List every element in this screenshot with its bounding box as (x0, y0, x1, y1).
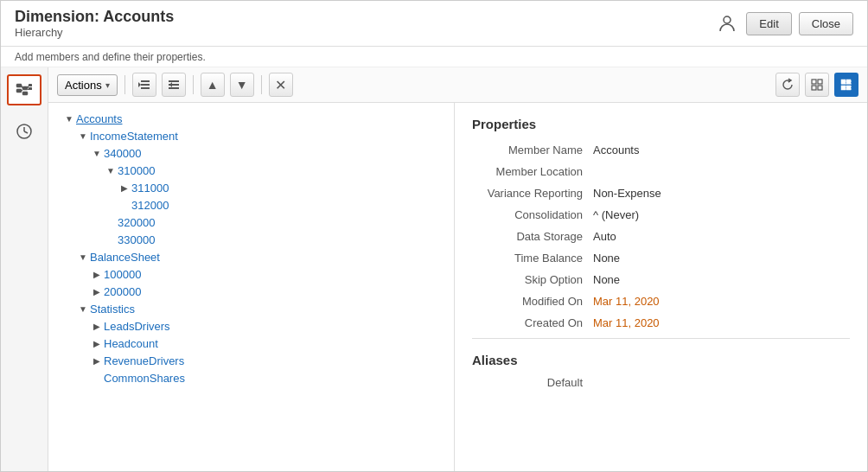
prop-value-modified-on: Mar 11, 2020 (593, 295, 660, 308)
node-label-balance: BalanceSheet (90, 251, 160, 264)
expand-icon: ▼ (76, 250, 90, 264)
tree-node-200000[interactable]: ▶ 200000 (48, 283, 454, 300)
tree-node-common[interactable]: CommonShares (48, 369, 454, 386)
expand-icon: ▶ (90, 284, 104, 298)
node-label-100000: 100000 (104, 268, 141, 281)
expand-icon: ▶ (90, 267, 104, 281)
tree-node-leads[interactable]: ▶ LeadsDrivers (48, 317, 454, 335)
tree-node-100000[interactable]: ▶ 100000 (48, 265, 454, 283)
prop-created-on: Created On Mar 11, 2020 (472, 316, 850, 329)
prop-label-member-location: Member Location (472, 165, 593, 178)
prop-label-aliases-default: Default (472, 376, 593, 389)
prop-value-data-storage: Auto (593, 230, 616, 243)
grid-view-button[interactable] (805, 73, 829, 97)
delete-button[interactable]: ✕ (269, 73, 293, 97)
indent-increase-button[interactable] (132, 73, 156, 97)
tree-node-headcount[interactable]: ▶ Headcount (48, 335, 454, 352)
page-description: Add members and define their properties. (15, 48, 206, 67)
prop-label-modified-on: Modified On (472, 295, 593, 308)
svg-rect-25 (846, 80, 851, 84)
node-label-statistics: Statistics (90, 303, 135, 316)
svg-rect-1 (16, 84, 22, 87)
svg-rect-22 (812, 86, 816, 90)
prop-value-created-on: Mar 11, 2020 (593, 316, 660, 329)
svg-rect-24 (841, 80, 846, 84)
prop-modified-on: Modified On Mar 11, 2020 (472, 295, 850, 308)
tree-node-statistics[interactable]: ▼ Statistics (48, 300, 454, 317)
tree-node-balance[interactable]: ▼ BalanceSheet (48, 248, 454, 265)
svg-rect-2 (16, 89, 22, 92)
sidebar-icon-hierarchy[interactable] (7, 74, 41, 105)
close-button[interactable]: Close (799, 12, 853, 35)
prop-value-variance: Non-Expense (593, 187, 661, 200)
expand-icon: ▼ (104, 163, 118, 177)
svg-rect-23 (818, 86, 822, 90)
prop-label-created-on: Created On (472, 316, 593, 329)
expand-icon: ▼ (76, 129, 90, 143)
toolbar: Actions ▾ (48, 67, 867, 103)
svg-line-9 (28, 86, 29, 88)
tree-node-revenue[interactable]: ▶ RevenueDrivers (48, 352, 454, 369)
prop-value-skip-option: None (593, 273, 620, 286)
tree-node-310000[interactable]: ▼ 310000 (48, 162, 454, 179)
page-title: Dimension: Accounts (15, 8, 174, 26)
list-view-button[interactable] (834, 73, 858, 97)
tree-node-income[interactable]: ▼ IncomeStatement (48, 127, 454, 144)
edit-button[interactable]: Edit (746, 12, 791, 35)
prop-member-location: Member Location (472, 165, 850, 178)
prop-value-consolidation: ^ (Never) (593, 208, 639, 221)
node-label-income: IncomeStatement (90, 130, 178, 143)
sidebar-icon-clock[interactable] (7, 116, 41, 147)
svg-rect-5 (29, 84, 32, 86)
svg-rect-16 (141, 87, 150, 89)
tree-node-311000[interactable]: ▶ 311000 (48, 179, 454, 196)
node-label-accounts: Accounts (76, 112, 122, 125)
svg-rect-20 (812, 80, 816, 84)
move-down-button[interactable]: ▼ (230, 73, 254, 97)
prop-label-variance: Variance Reporting (472, 187, 593, 200)
prop-aliases-default: Default (472, 376, 850, 389)
node-label-revenue: RevenueDrivers (104, 354, 184, 367)
prop-label-skip-option: Skip Option (472, 273, 593, 286)
tree-node-accounts[interactable]: ▼ Accounts (48, 110, 454, 127)
tree-node-330000[interactable]: 330000 (48, 231, 454, 248)
svg-line-7 (22, 86, 22, 88)
indent-decrease-button[interactable] (162, 73, 186, 97)
actions-label: Actions (65, 79, 102, 92)
tree-node-320000[interactable]: 320000 (48, 214, 454, 231)
prop-member-name: Member Name Accounts (472, 144, 850, 156)
svg-line-8 (22, 90, 22, 91)
tree-node-312000[interactable]: 312000 (48, 196, 454, 214)
prop-value-time-balance: None (593, 252, 620, 265)
node-label-headcount: Headcount (104, 337, 158, 350)
node-label-310000: 310000 (118, 164, 155, 177)
node-label-320000: 320000 (118, 216, 155, 229)
prop-label-data-storage: Data Storage (472, 230, 593, 243)
move-up-button[interactable]: ▲ (201, 73, 225, 97)
prop-consolidation: Consolidation ^ (Never) (472, 208, 850, 221)
expand-icon: ▶ (118, 181, 131, 195)
actions-button[interactable]: Actions ▾ (57, 74, 118, 96)
page-subtitle: Hierarchy (15, 26, 174, 39)
svg-rect-15 (141, 84, 150, 86)
tree-panel: ▼ Accounts ▼ IncomeStatement ▼ 340000 (48, 103, 455, 471)
node-label-leads: LeadsDrivers (104, 320, 170, 333)
prop-skip-option: Skip Option None (472, 273, 850, 286)
prop-label-consolidation: Consolidation (472, 208, 593, 221)
user-icon (715, 11, 739, 35)
prop-variance: Variance Reporting Non-Expense (472, 187, 850, 200)
aliases-title: Aliases (472, 353, 850, 367)
prop-data-storage: Data Storage Auto (472, 230, 850, 243)
svg-point-0 (724, 16, 731, 23)
prop-value-member-name: Accounts (593, 144, 639, 156)
refresh-button[interactable] (775, 73, 800, 97)
tree-node-340000[interactable]: ▼ 340000 (48, 144, 454, 162)
properties-panel: Properties Member Name Accounts Member L… (455, 103, 867, 471)
expand-icon: ▶ (90, 354, 104, 367)
toolbar-separator-3 (261, 75, 262, 94)
svg-line-13 (24, 131, 28, 133)
properties-divider (472, 338, 850, 339)
node-label-312000: 312000 (131, 199, 169, 212)
toolbar-separator-1 (124, 75, 125, 94)
node-label-330000: 330000 (118, 233, 155, 246)
